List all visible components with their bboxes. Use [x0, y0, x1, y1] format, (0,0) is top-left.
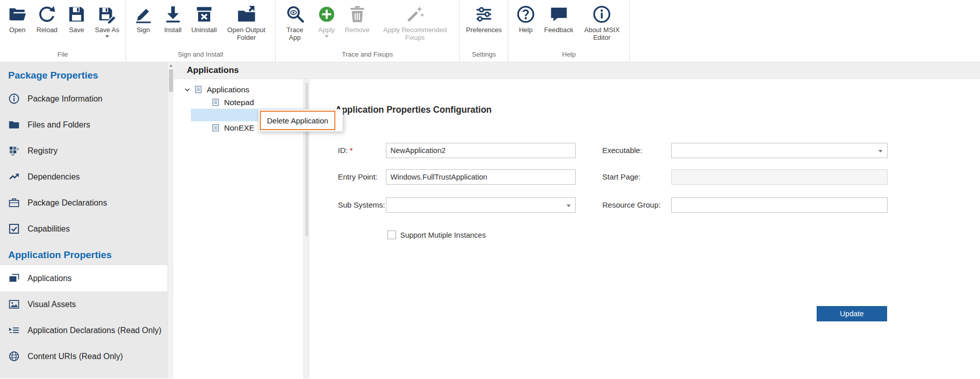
tree-item-applications-root[interactable]: Applications	[174, 83, 303, 96]
apply-recommended-fixups-button: Apply Recommended Fixups	[373, 0, 457, 42]
sidebar-item-package-declarations[interactable]: Package Declarations	[0, 190, 167, 216]
save-as-button[interactable]: Save As	[91, 0, 123, 38]
id-label-text: ID:	[338, 146, 348, 155]
help-button-label: Help	[519, 26, 533, 34]
sidebar-item-label: Dependencies	[28, 172, 80, 182]
remove-button: Remove	[341, 0, 373, 34]
ribbon-buttons-row: Trace App Apply Remove Apply Recommended…	[278, 0, 457, 49]
help-question-icon	[516, 4, 535, 25]
sidebar-item-files-and-folders[interactable]: Files and Folders	[0, 112, 167, 138]
id-input[interactable]	[386, 143, 576, 158]
scroll-up-arrow-icon[interactable]	[169, 64, 173, 67]
support-multiple-instances-label: Support Mutiple Instances	[400, 231, 486, 240]
help-button[interactable]: Help	[511, 0, 541, 34]
ribbon-group-label-settings: Settings	[462, 49, 505, 62]
scrollbar-thumb[interactable]	[169, 69, 173, 92]
sub-systems-label: Sub Systems:	[338, 197, 385, 213]
sidebar-scrollbar[interactable]	[167, 62, 174, 378]
document-icon	[211, 98, 220, 107]
image-icon	[8, 298, 20, 310]
sidebar-item-applications[interactable]: Applications	[0, 265, 167, 291]
ribbon-buttons-row: Sign Install Uninstall Open Output Folde…	[129, 0, 273, 49]
sidebar-heading-package-properties: Package Properties	[0, 62, 167, 86]
entry-point-input[interactable]	[386, 169, 576, 185]
uninstall-box-icon	[194, 4, 214, 25]
preferences-sliders-icon	[474, 4, 494, 25]
id-label: ID:*	[338, 143, 353, 158]
sub-systems-combobox[interactable]	[386, 197, 576, 213]
ribbon-buttons-row: Open Reload Save Save As	[3, 0, 123, 49]
ribbon-toolbar: Open Reload Save Save As File	[0, 0, 980, 62]
ribbon-empty-space	[630, 0, 980, 62]
remove-button-label: Remove	[345, 26, 370, 34]
ribbon-group-help: Help Feedback About MSIX Editor Help	[508, 0, 630, 62]
install-arrow-icon	[163, 4, 183, 25]
ribbon-group-trace-fixups: Trace App Apply Remove Apply Recommended…	[276, 0, 460, 62]
feedback-button[interactable]: Feedback	[541, 0, 577, 34]
scrollbar-thumb[interactable]	[305, 83, 308, 236]
checkbox-check-icon	[8, 223, 20, 235]
chevron-down-icon	[567, 205, 571, 207]
sidebar-item-application-declarations[interactable]: Application Declarations (Read Only)	[0, 317, 167, 343]
info-circle-icon	[8, 93, 20, 105]
ribbon-group-label-help: Help	[511, 49, 627, 62]
ribbon-group-label-file: File	[3, 49, 123, 62]
document-icon	[211, 123, 220, 132]
update-button[interactable]: Update	[817, 306, 887, 321]
open-output-folder-button[interactable]: Open Output Folder	[220, 0, 273, 42]
start-page-input	[671, 169, 888, 185]
entry-point-label: Entry Point:	[338, 169, 378, 185]
document-icon	[194, 85, 203, 94]
tree-item-label: Notepad	[224, 98, 254, 107]
msix-editor-window: Open Reload Save Save As File	[0, 0, 980, 379]
sidebar-item-label: Capabilities	[28, 224, 70, 234]
install-button-label: Install	[164, 26, 182, 34]
tree-item-notepad[interactable]: Notepad	[174, 96, 303, 109]
ribbon-group-label-trace-fixups: Trace and Fixups	[278, 49, 457, 62]
sign-button[interactable]: Sign	[129, 0, 158, 34]
resource-group-label: Resource Group:	[602, 197, 660, 213]
support-multiple-instances-checkbox[interactable]	[387, 231, 396, 239]
sidebar-item-label: Package Declarations	[28, 198, 107, 208]
chevron-down-icon[interactable]	[184, 86, 191, 93]
trace-app-button-label: Trace App	[282, 26, 308, 42]
sidebar-item-label: Visual Assets	[28, 300, 76, 309]
trace-app-button[interactable]: Trace App	[278, 0, 312, 42]
resource-group-input[interactable]	[671, 197, 888, 213]
about-msix-editor-button-label: About MSIX Editor	[580, 26, 623, 42]
sidebar-item-visual-assets[interactable]: Visual Assets	[0, 291, 167, 317]
open-button-label: Open	[9, 26, 26, 34]
save-button[interactable]: Save	[62, 0, 91, 34]
list-arrow-icon	[8, 324, 20, 336]
install-button[interactable]: Install	[158, 0, 188, 34]
sign-pen-icon	[134, 4, 153, 25]
form-heading: Application Properties Configuration	[335, 105, 492, 115]
apply-button-label: Apply	[318, 26, 335, 34]
apply-button: Apply	[312, 0, 341, 38]
app-window-icon	[8, 272, 20, 284]
about-msix-editor-button[interactable]: About MSIX Editor	[577, 0, 627, 42]
sidebar-item-label: Files and Folders	[28, 120, 90, 130]
sidebar-item-capabilities[interactable]: Capabilities	[0, 216, 167, 242]
chevron-down-icon	[878, 150, 883, 153]
required-asterisk: *	[350, 146, 353, 155]
sidebar-item-content-uris[interactable]: Content URIs (Read Only)	[0, 343, 167, 369]
sidebar-item-package-information[interactable]: Package Information	[0, 86, 167, 112]
preferences-button[interactable]: Preferences	[462, 0, 505, 34]
sidebar-heading-application-properties: Application Properties	[0, 242, 167, 265]
save-as-button-label: Save As	[95, 26, 119, 34]
sidebar-item-dependencies[interactable]: Dependencies	[0, 164, 167, 190]
sidebar-item-registry[interactable]: Registry	[0, 138, 167, 164]
executable-combobox[interactable]	[671, 143, 888, 158]
sign-button-label: Sign	[137, 26, 150, 34]
open-folder-icon	[8, 4, 27, 25]
main-content: Applications Notepad NewApplication2 Non…	[174, 79, 980, 378]
about-info-icon	[592, 4, 611, 25]
reload-button[interactable]: Reload	[32, 0, 62, 34]
open-button[interactable]: Open	[3, 0, 32, 34]
navigation-sidebar: Package Properties Package Information F…	[0, 62, 167, 378]
sidebar-item-label: Package Information	[28, 94, 103, 104]
document-icon	[211, 111, 220, 119]
menu-item-delete-application[interactable]: Delete Application	[260, 111, 335, 130]
uninstall-button[interactable]: Uninstall	[188, 0, 220, 34]
